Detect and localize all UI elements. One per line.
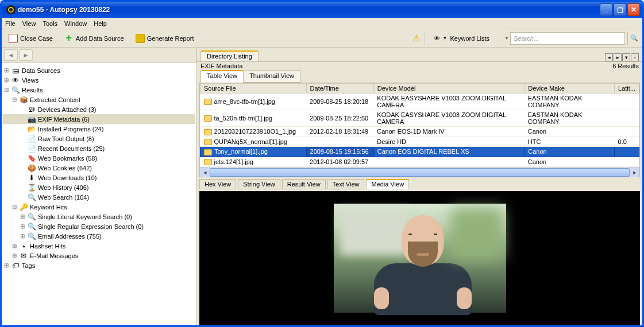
tree-item[interactable]: 🍪Web Cookies (642) (3, 163, 195, 173)
tab-table-view[interactable]: Table View (200, 70, 244, 83)
scroll-right-icon[interactable]: ▸ (630, 168, 639, 177)
expander-icon[interactable]: ⊞ (11, 243, 17, 249)
expander-icon[interactable]: ⊞ (19, 213, 25, 220)
menu-help[interactable]: Help (94, 20, 107, 27)
tree-item[interactable]: 🔍Web Search (104) (3, 192, 195, 202)
eye-icon: 👁 (434, 35, 440, 42)
tree-item-label[interactable]: Raw Tool Output (8) (38, 135, 94, 142)
nav-back-button[interactable]: ◄ (4, 49, 18, 61)
tree-views[interactable]: Views (22, 77, 38, 84)
expander-icon[interactable]: ⊞ (3, 67, 9, 73)
close-case-button[interactable]: Close Case (4, 32, 57, 45)
tree-results[interactable]: Results (22, 87, 43, 94)
table-row[interactable]: jets.124[1].jpg2012-01-08 02:09:57Canon (200, 157, 639, 167)
tree-item[interactable]: 🖳Devices Attached (3) (3, 104, 195, 114)
tree-item-label[interactable]: Web Downloads (10) (38, 174, 97, 181)
tab-thumbnail-view[interactable]: Thumbnail View (243, 70, 300, 83)
tree-item-label[interactable]: Web Bookmarks (58) (38, 155, 97, 162)
table-row[interactable]: QUPANq5X_normal[1].jpgDesire HDHTC0.0 (200, 137, 639, 147)
tree-hashset[interactable]: Hashset Hits (30, 243, 65, 250)
tree-item-label[interactable]: Web Search (104) (38, 194, 89, 201)
table-row[interactable]: Tony_normal[1].jpg2009-08-15 19:15:56Can… (200, 147, 639, 157)
tree-item-label[interactable]: Installed Programs (24) (38, 126, 103, 133)
search-icon[interactable]: 🔍 (627, 32, 640, 45)
cell-device-make: Canon (525, 147, 615, 157)
horizontal-scrollbar[interactable]: ◂ ▸ (200, 167, 639, 177)
nav-forward-button[interactable]: ► (19, 49, 33, 61)
result-table: Source File Date/Time Device Model Devic… (199, 83, 640, 177)
tab-scroll-right-icon[interactable]: ▸ (614, 53, 622, 61)
col-device-model[interactable]: Device Model (373, 84, 524, 94)
tree-item-label[interactable]: Devices Attached (3) (38, 106, 97, 113)
expander-icon[interactable]: ⊞ (19, 233, 25, 239)
col-date-time[interactable]: Date/Time (306, 84, 373, 94)
expander-icon[interactable]: ⊟ (11, 204, 17, 210)
tab-scroll-left-icon[interactable]: ◂ (605, 53, 613, 61)
cell-latitude (615, 110, 639, 127)
tree-item[interactable]: ⌛Web History (406) (3, 182, 195, 192)
tree-item-label[interactable]: Email Addresses (755) (38, 233, 102, 240)
menu-view[interactable]: View (22, 20, 36, 27)
tab-directory-listing[interactable]: Directory Listing (200, 50, 259, 61)
tree-item[interactable]: ⊞🔍Single Regular Expression Search (0) (3, 221, 195, 231)
col-source-file[interactable]: Source File (200, 84, 307, 94)
tab-result-view[interactable]: Result View (282, 179, 326, 189)
tree-item[interactable]: ⬇Web Downloads (10) (3, 173, 195, 182)
tree-keyword-hits[interactable]: Keyword Hits (30, 204, 67, 211)
tree-item-label[interactable]: Web Cookies (642) (38, 165, 92, 172)
workspace: ◄ ► ⊞🖴Data Sources ⊞👁Views ⊟🔍Results ⊟📦E… (2, 48, 642, 325)
keyword-lists-button[interactable]: 👁 ▼ Keyword Lists (429, 33, 494, 44)
warning-icon[interactable]: ⚠ (412, 33, 421, 44)
table-row[interactable]: ame_8vc-tfb-tm[1].jpg2009-08-25 18:20:18… (200, 94, 639, 110)
tree-item[interactable]: 📄Raw Tool Output (8) (3, 134, 195, 143)
tab-maximize-icon[interactable]: ▫ (631, 53, 639, 61)
col-latitude[interactable]: Latit... (615, 84, 639, 94)
tree-data-sources[interactable]: Data Sources (22, 67, 60, 74)
search-input[interactable]: Search... (510, 32, 625, 45)
expander-icon[interactable]: ⊞ (3, 262, 9, 268)
tree-item-label[interactable]: Single Regular Expression Search (0) (38, 223, 144, 230)
tree-item[interactable]: 📄Recent Documents (25) (3, 143, 195, 153)
menu-file[interactable]: File (5, 20, 16, 27)
col-device-make[interactable]: Device Make (525, 84, 615, 94)
tree-tags[interactable]: Tags (22, 262, 35, 269)
tree-item[interactable]: 📷EXIF Metadata (6) (3, 114, 195, 124)
close-case-label: Close Case (20, 35, 53, 42)
expander-icon[interactable]: ⊟ (3, 87, 9, 93)
maximize-button[interactable]: ▢ (614, 3, 626, 16)
expander-icon[interactable]: ⊟ (11, 96, 17, 103)
tree-item-label[interactable]: EXIF Metadata (6) (38, 116, 90, 123)
scrollbar-thumb[interactable] (210, 168, 630, 177)
tab-string-view[interactable]: String View (238, 179, 280, 189)
tree[interactable]: ⊞🖴Data Sources ⊞👁Views ⊟🔍Results ⊟📦Extra… (2, 63, 196, 325)
expander-icon[interactable]: ⊞ (19, 223, 25, 229)
expander-icon[interactable]: ⊞ (3, 77, 9, 83)
menu-tools[interactable]: Tools (43, 20, 57, 27)
tree-email[interactable]: E-Mail Messages (30, 252, 78, 259)
generate-report-button[interactable]: Generate Report (131, 32, 199, 45)
tree-item-label[interactable]: Recent Documents (25) (38, 145, 105, 152)
tree-item[interactable]: 📂Installed Programs (24) (3, 124, 195, 134)
tab-media-view[interactable]: Media View (366, 179, 409, 189)
tree-item-label[interactable]: Single Literal Keyword Search (0) (38, 213, 132, 220)
scroll-left-icon[interactable]: ◂ (200, 168, 210, 177)
tree-item-label[interactable]: Web History (406) (38, 184, 88, 191)
tree-item[interactable]: ⊞🔍Single Literal Keyword Search (0) (3, 212, 195, 221)
tab-text-view[interactable]: Text View (327, 179, 365, 189)
minimize-button[interactable]: _ (600, 3, 612, 16)
table-row[interactable]: ta_520n-tfb-tm[1].jpg2009-08-25 18:22:50… (200, 110, 639, 127)
menu-window[interactable]: Window (64, 20, 87, 27)
tab-dropdown-icon[interactable]: ▾ (622, 53, 630, 61)
close-button[interactable]: ✕ (627, 3, 640, 16)
tab-label: Result View (287, 181, 321, 188)
add-data-source-button[interactable]: + Add Data Source (60, 32, 129, 45)
expander-icon[interactable]: ⊞ (11, 252, 17, 259)
dropdown-icon[interactable]: ▾ (506, 36, 508, 41)
table-row[interactable]: 2012032107223910O1_1.jpg2012-02-18 18:31… (200, 127, 639, 137)
tab-hex-view[interactable]: Hex View (199, 179, 236, 189)
cell-date-time: 2009-08-25 18:22:50 (306, 110, 373, 127)
tree-item[interactable]: ⊞🔍Email Addresses (755) (3, 231, 195, 241)
tree-item[interactable]: 🔖Web Bookmarks (58) (3, 153, 195, 163)
tab-label: Table View (207, 72, 237, 79)
tree-extracted[interactable]: Extracted Content (30, 96, 80, 103)
